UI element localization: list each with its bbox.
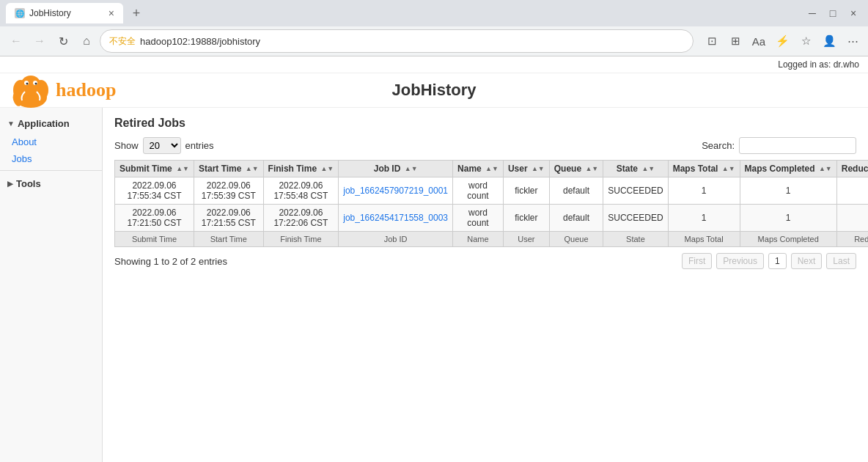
address-bar[interactable]: 不安全 hadoop102:19888/jobhistory <box>100 29 694 53</box>
hadoop-elephant-icon <box>9 71 53 109</box>
pagination: First Previous 1 Next Last <box>682 253 856 269</box>
cast-button[interactable]: ⊡ <box>702 32 721 51</box>
tab-search-button[interactable]: ⊞ <box>726 32 745 51</box>
next-page-button[interactable]: Next <box>791 253 823 269</box>
first-page-button[interactable]: First <box>682 253 712 269</box>
cell-start-time: 2022.09.06 17:21:55 CST <box>194 205 263 232</box>
app-header: hadoop JobHistory <box>0 73 868 108</box>
job-id-link[interactable]: job_1662457907219_0001 <box>343 186 448 196</box>
cell-maps-total: 1 <box>668 205 740 232</box>
tools-header[interactable]: ▶ Tools <box>0 174 102 194</box>
footer-job-id: Job ID <box>339 232 453 247</box>
col-start-time[interactable]: Start Time ▲▼ <box>194 161 263 177</box>
sort-icon: ▲▼ <box>641 166 655 172</box>
browser-titlebar: 🌐 JobHistory × + ─ □ × <box>0 0 868 26</box>
cell-maps-total: 1 <box>668 177 740 205</box>
security-warning: 不安全 <box>109 35 136 48</box>
search-input[interactable] <box>739 137 856 154</box>
entries-label: entries <box>185 140 214 151</box>
sidebar-item-jobs[interactable]: Jobs <box>0 150 102 167</box>
application-section: ▼ Application About Jobs <box>0 114 102 167</box>
col-maps-total[interactable]: Maps Total ▲▼ <box>668 161 740 177</box>
profile-button[interactable]: 👤 <box>820 32 839 51</box>
home-button[interactable]: ⌂ <box>76 31 97 51</box>
footer-queue: Queue <box>549 232 603 247</box>
col-maps-completed[interactable]: Maps Completed ▲▼ <box>740 161 836 177</box>
sidebar-divider <box>0 170 102 171</box>
col-finish-time[interactable]: Finish Time ▲▼ <box>263 161 339 177</box>
previous-page-button[interactable]: Previous <box>716 253 764 269</box>
footer-submit-time: Submit Time <box>115 232 194 247</box>
show-label: Show <box>114 140 139 151</box>
maximize-button[interactable]: □ <box>824 4 842 22</box>
current-page: 1 <box>768 253 787 269</box>
sort-icon: ▲▼ <box>722 166 735 172</box>
page-title: JobHistory <box>392 81 477 100</box>
last-page-button[interactable]: Last <box>826 253 856 269</box>
footer-start-time: Start Time <box>194 232 263 247</box>
job-id-link[interactable]: job_1662454171558_0003 <box>343 213 448 223</box>
section-title: Retired Jobs <box>114 117 856 130</box>
browser-chrome: 🌐 JobHistory × + ─ □ × ← → ↻ ⌂ 不安全 hadoo… <box>0 0 868 56</box>
sidebar-item-about[interactable]: About <box>0 133 102 150</box>
extensions-button[interactable]: ⚡ <box>773 32 792 51</box>
more-button[interactable]: ⋯ <box>843 32 862 51</box>
cell-finish-time: 2022.09.06 17:55:48 CST <box>263 177 339 205</box>
cell-submit-time: 2022.09.06 17:21:50 CST <box>115 205 194 232</box>
svg-point-8 <box>35 83 37 85</box>
tab-close-button[interactable]: × <box>108 7 114 19</box>
cell-name: word count <box>453 177 504 205</box>
page-wrapper: Logged in as: dr.who hadoop JobHistory <box>0 56 868 462</box>
cell-user: fickler <box>503 177 549 205</box>
favorites-button[interactable]: ☆ <box>796 32 815 51</box>
sort-icon: ▲▼ <box>532 166 545 172</box>
sort-icon: ▲▼ <box>819 166 832 172</box>
forward-button[interactable]: → <box>29 31 50 51</box>
footer-name: Name <box>453 232 504 247</box>
application-label: Application <box>18 118 70 129</box>
cell-job-id[interactable]: job_1662454171558_0003 <box>339 205 453 232</box>
cell-user: fickler <box>503 205 549 232</box>
cell-reduces-total: 1 <box>836 177 868 205</box>
browser-tab[interactable]: 🌐 JobHistory × <box>6 3 123 23</box>
cell-job-id[interactable]: job_1662457907219_0001 <box>339 177 453 205</box>
search-label: Search: <box>702 140 735 151</box>
col-job-id[interactable]: Job ID ▲▼ <box>339 161 453 177</box>
new-tab-button[interactable]: + <box>126 3 147 23</box>
col-name[interactable]: Name ▲▼ <box>453 161 504 177</box>
arrow-down-icon: ▼ <box>7 120 15 128</box>
table-footer-row: Submit Time Start Time Finish Time Job I… <box>115 232 869 247</box>
sort-icon: ▲▼ <box>246 166 259 172</box>
user-info-bar: Logged in as: dr.who <box>0 56 868 73</box>
cell-state: SUCCEEDED <box>603 177 668 205</box>
aa-button[interactable]: Aa <box>749 32 768 51</box>
table-header-row: Submit Time ▲▼ Start Time ▲▼ Finish Time… <box>115 161 869 177</box>
col-user[interactable]: User ▲▼ <box>503 161 549 177</box>
svg-point-7 <box>26 83 29 85</box>
col-reduces-total[interactable]: Reduces Total ▲▼ <box>836 161 868 177</box>
sidebar: ▼ Application About Jobs ▶ Tools <box>0 108 103 462</box>
logged-in-text: Logged in as: dr.who <box>778 59 859 70</box>
cell-maps-completed: 1 <box>740 177 836 205</box>
refresh-button[interactable]: ↻ <box>53 31 73 51</box>
table-row: 2022.09.06 17:21:50 CST2022.09.06 17:21:… <box>115 205 869 232</box>
footer-maps-total: Maps Total <box>668 232 740 247</box>
application-header[interactable]: ▼ Application <box>0 114 102 133</box>
table-controls: Show 20 10 50 100 entries Search: <box>114 137 856 154</box>
cell-finish-time: 2022.09.06 17:22:06 CST <box>263 205 339 232</box>
jobs-table: Submit Time ▲▼ Start Time ▲▼ Finish Time… <box>114 160 868 247</box>
window-controls: ─ □ × <box>803 4 862 22</box>
tab-title: JobHistory <box>29 8 101 18</box>
minimize-button[interactable]: ─ <box>803 4 821 22</box>
col-state[interactable]: State ▲▼ <box>603 161 668 177</box>
table-row: 2022.09.06 17:55:34 CST2022.09.06 17:55:… <box>115 177 869 205</box>
footer-maps-completed: Maps Completed <box>740 232 836 247</box>
col-queue[interactable]: Queue ▲▼ <box>549 161 603 177</box>
cell-start-time: 2022.09.06 17:55:39 CST <box>194 177 263 205</box>
entries-select[interactable]: 20 10 50 100 <box>143 137 181 154</box>
back-button[interactable]: ← <box>6 31 26 51</box>
col-submit-time[interactable]: Submit Time ▲▼ <box>115 161 194 177</box>
cell-queue: default <box>549 205 603 232</box>
close-button[interactable]: × <box>845 4 862 22</box>
table-footer: Showing 1 to 2 of 2 entries First Previo… <box>114 253 856 269</box>
